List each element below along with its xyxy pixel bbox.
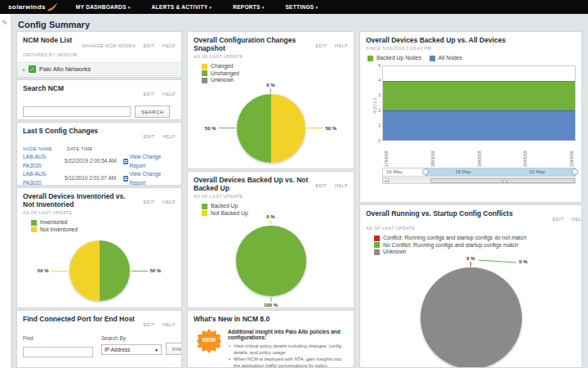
inventoried-pie-chart: 50 % 50 % [69, 240, 130, 301]
col-header-node-name: NODE NAME [23, 146, 67, 151]
all-nodes-band [383, 110, 575, 140]
legend-swatch [202, 64, 207, 70]
config-snapshot-card: Overall Configuration Changes Snapshot E… [187, 31, 354, 169]
chevron-down-icon: ▾ [315, 5, 318, 10]
vendor-name: Palo Alto Networks [39, 65, 91, 73]
last-config-changes-card: Last 5 Config Changes EDIT HELP NODE NAM… [16, 122, 182, 186]
legend-swatch [374, 236, 380, 241]
flame-icon [47, 0, 58, 15]
card-subtitle: SINCE 5/16/2019 2:23:42 PM [366, 46, 576, 51]
card-title: Overall Devices Backed Up vs. Not Backed… [194, 176, 308, 192]
pie-label: 50 % [38, 268, 68, 273]
col-header-date-time: DATE TIME [67, 146, 129, 151]
help-link[interactable]: HELP [163, 322, 176, 327]
whats-new-card: What's New in NCM 8.0 NEW Additional ins… [187, 310, 354, 368]
nav-my-dashboards[interactable]: MY DASHBOARDS▾ [76, 4, 131, 10]
help-link[interactable]: HELP [335, 43, 348, 48]
edit-link[interactable]: EDIT [143, 92, 154, 96]
config-changes-table: NODE NAME DATE TIME LAB-AUS-PA3020 5/22/… [23, 146, 176, 186]
edit-link[interactable]: EDIT [143, 134, 154, 139]
search-input[interactable] [23, 106, 131, 117]
pie [69, 240, 130, 301]
pie [237, 94, 305, 163]
table-row: LAB-AUS-PA3020 5/22/2019 2:00:54 AM View… [23, 153, 176, 170]
help-link[interactable]: HELP [335, 183, 348, 188]
edit-link[interactable]: EDIT [143, 43, 154, 48]
nav-alerts-activity[interactable]: ALERTS & ACTIVITY▾ [152, 4, 212, 10]
edit-link[interactable]: EDIT [315, 183, 327, 188]
legend: Changed Unchanged Unknown [202, 63, 348, 84]
brand-text: solarwinds [8, 3, 46, 11]
range-selected-region[interactable]: 18 May 20 May [425, 168, 575, 176]
view-change-report-link[interactable]: View Change Report [123, 153, 176, 170]
search-by-select[interactable]: IP Address ▼ [101, 344, 162, 355]
help-link[interactable]: HELP [163, 92, 176, 96]
find-button[interactable]: FIND [166, 343, 182, 355]
edit-page-pencil-icon[interactable]: ✎ [2, 19, 9, 27]
legend-swatch [368, 56, 373, 61]
scroll-left-button[interactable]: ◂ [382, 177, 389, 184]
inventoried-pie-card: Overall Devices Inventoried vs. Not Inve… [16, 187, 182, 308]
whats-new-heading: Additional insight into Palo Alto polici… [228, 329, 348, 340]
find-label: Find [23, 335, 93, 341]
chevron-down-icon: ▾ [209, 5, 212, 10]
config-conflicts-card: Overall Running vs. Startup Config Confl… [359, 204, 582, 368]
help-link[interactable]: HELP [163, 43, 176, 48]
edit-link[interactable]: EDIT [315, 43, 327, 48]
range-handle-left[interactable] [422, 168, 429, 175]
card-subtitle: AS OF LAST UPDATE [194, 54, 348, 59]
card-title: Overall Devices Inventoried vs. Not Inve… [23, 192, 136, 209]
card-title: NCM Node List [23, 36, 72, 44]
expander-arrow-icon[interactable]: ▸ [23, 66, 25, 72]
node-link[interactable]: LAB-AUS-PA3020 [23, 170, 65, 186]
vendor-group-row[interactable]: ▸ Palo Alto Networks [17, 62, 181, 76]
y-axis-ticks: 5 4 3 2 1 0 [375, 65, 381, 141]
help-link[interactable]: HELP [163, 134, 176, 139]
node-link[interactable]: LAB-AUS-PA3020 [23, 153, 65, 170]
edit-link[interactable]: EDIT [552, 217, 564, 222]
card-title: Overall Configuration Changes Snapshot [194, 36, 308, 52]
card-title: Search NCM [23, 84, 64, 92]
pie-label: 0 % [266, 83, 274, 93]
manage-ncm-nodes-link[interactable]: MANAGE NCM NODES [82, 43, 136, 48]
pie-label: 50 % [307, 126, 337, 131]
find-port-card: Find Connected Port for End Host EDIT HE… [16, 310, 182, 368]
legend-swatch [31, 227, 37, 232]
find-input[interactable] [23, 347, 93, 357]
report-doc-icon [123, 159, 128, 164]
edit-link[interactable]: EDIT [143, 322, 154, 327]
search-button[interactable]: SEARCH [135, 105, 170, 118]
legend: Backed Up Nodes All Nodes [368, 55, 576, 62]
help-link[interactable]: HELP [163, 200, 176, 204]
legend: Inventoried Not Inventoried [31, 219, 176, 233]
help-link[interactable]: HELP [572, 217, 582, 222]
view-change-report-link[interactable]: View Change Report [123, 170, 176, 186]
time-range-selector[interactable]: 16 May 18 May 20 May [382, 168, 576, 177]
nav-reports[interactable]: REPORTS▾ [233, 4, 264, 10]
legend-swatch [430, 56, 435, 61]
whats-new-bullets: View critical policy details including c… [228, 343, 348, 368]
left-rail: ✎ [0, 14, 11, 368]
scrollbar-thumb[interactable] [430, 178, 575, 183]
pie [421, 267, 522, 368]
range-handle-right[interactable] [572, 168, 578, 175]
nav-settings[interactable]: SETTINGS▾ [285, 4, 318, 10]
scrollbar-track[interactable] [389, 177, 576, 184]
card-title: What's New in NCM 8.0 [194, 315, 270, 323]
solarwinds-logo[interactable]: solarwinds [8, 0, 58, 15]
chevron-down-icon: ▼ [154, 348, 158, 352]
table-row: LAB-AUS-PA3020 5/11/2019 2:01:07 AM View… [23, 170, 176, 186]
ncm-node-list-card: NCM Node List MANAGE NCM NODES EDIT HELP… [16, 31, 182, 78]
search-by-label: Search By [101, 335, 182, 341]
chart-scrollbar[interactable]: ◂ [382, 177, 576, 184]
conflicts-pie-chart: 0 % 0 % [421, 267, 522, 368]
page-title: Config Summary [18, 20, 90, 29]
chevron-down-icon: ▾ [128, 5, 131, 10]
edit-link[interactable]: EDIT [143, 200, 154, 204]
backed-up-pie-card: Overall Devices Backed Up vs. Not Backed… [187, 171, 354, 308]
chevron-down-icon: ▾ [262, 5, 265, 10]
card-title: Find Connected Port for End Host [23, 315, 135, 323]
pie-label: 0 % [466, 256, 474, 267]
legend-swatch [202, 70, 207, 76]
backed-up-vs-all-card: Overall Devices Backed Up vs. All Device… [359, 31, 582, 203]
